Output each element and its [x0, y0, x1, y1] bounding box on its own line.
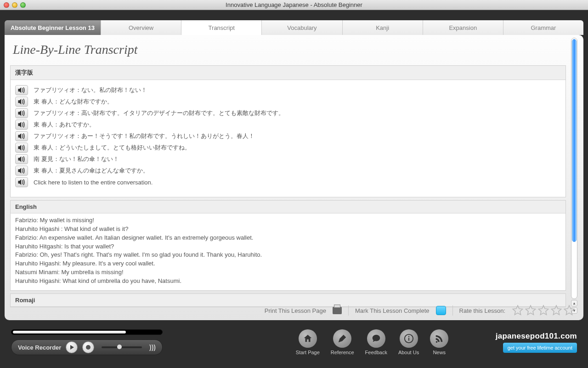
english-line: Haruhito Hitgashi: Is that your wallet? [15, 242, 561, 251]
transcript-line-text: ファブリツィオ：あー！そうです！私の財布です。うれしい！ありがとう。春人！ [34, 132, 254, 140]
pen-icon [333, 329, 351, 348]
play-line-audio-button[interactable] [15, 166, 28, 176]
nav-feedback[interactable]: Feedback [365, 329, 387, 355]
printer-icon[interactable] [333, 307, 342, 314]
rss-icon [430, 329, 448, 348]
transcript-line: 東 春人：どういたしまして。とても格好いい財布ですね。 [15, 143, 561, 153]
nav-reference[interactable]: Reference [331, 329, 354, 355]
kanji-section-header: 漢字版 [11, 66, 565, 80]
volume-icon: ))) [149, 344, 156, 351]
nav-label: News [433, 350, 446, 355]
transcript-line: ファブリツィオ：高い財布です。イタリアのデザイナーの財布です。とても素敵な財布で… [15, 108, 561, 118]
english-line: Haruhito Higashi: My pleasure. It's a ve… [15, 259, 561, 268]
mac-titlebar: Innovative Language Japanese - Absolute … [0, 0, 588, 10]
svg-point-2 [408, 336, 409, 337]
play-line-audio-button[interactable] [15, 108, 28, 118]
play-line-audio-button[interactable] [15, 177, 28, 187]
tab-kanji[interactable]: Kanji [343, 20, 423, 35]
volume-slider[interactable] [102, 346, 142, 348]
play-line-audio-button[interactable] [15, 97, 28, 107]
play-line-audio-button[interactable] [15, 120, 28, 130]
transcript-line-text: ファブリツィオ：ない。私の財布！ない！ [34, 86, 147, 94]
star-icon[interactable] [563, 305, 575, 316]
english-line: Natsumi Minami: My umbrella is missing! [15, 268, 561, 277]
tab-grammar[interactable]: Grammar [503, 20, 583, 35]
mark-complete-checkbox[interactable] [436, 306, 446, 315]
english-line: Haruhito Higashi : What kind of wallet i… [15, 225, 561, 234]
nav-label: Feedback [365, 350, 387, 355]
tab-overview[interactable]: Overview [101, 20, 181, 35]
transcript-line: Click here to listen to the entire conve… [15, 177, 561, 187]
tab-expansion[interactable]: Expansion [423, 20, 503, 35]
scrollbar-thumb[interactable] [572, 39, 577, 242]
english-line: Fabrizio: An expensive wallet. An Italia… [15, 234, 561, 242]
nav-start-page[interactable]: Start Page [296, 329, 320, 355]
playback-progress[interactable] [11, 329, 163, 335]
transcript-line-text: 東 春人：どういたしまして。とても格好いい財布ですね。 [34, 144, 191, 152]
play-line-audio-button[interactable] [15, 154, 28, 164]
transcript-line-text: ファブリツィオ：高い財布です。イタリアのデザイナーの財布です。とても素敵な財布で… [34, 109, 284, 117]
voice-recorder-label: Voice Recorder [18, 344, 61, 351]
play-button[interactable] [66, 341, 78, 353]
print-lesson-link[interactable]: Print This Lesson Page [265, 307, 326, 314]
page-title: Line-By-Line Transcript [10, 35, 566, 65]
english-line: Fabrizio: My wallet is missing! [15, 216, 561, 225]
content-panel: Line-By-Line Transcript 漢字版 ファブリツィオ：ない。私… [5, 35, 583, 320]
rating-stars[interactable] [512, 305, 575, 316]
lesson-action-row: Print This Lesson Page Mark This Lesson … [13, 304, 575, 317]
bubble-icon [367, 329, 385, 348]
play-line-audio-button[interactable] [15, 143, 28, 153]
nav-label: Start Page [296, 350, 320, 355]
mark-complete-link[interactable]: Mark This Lesson Complete [355, 307, 430, 314]
transcript-line: 東 春人：あれですか。 [15, 120, 561, 130]
vertical-scrollbar[interactable]: ▲ ▼ [571, 38, 578, 314]
nav-news[interactable]: News [430, 329, 448, 355]
tab-lesson-indicator: Absolute Beginner Lesson 13 [5, 20, 101, 35]
transcript-line: ファブリツィオ：あー！そうです！私の財布です。うれしい！ありがとう。春人！ [15, 131, 561, 141]
transcript-line-text: 東 春人：あれですか。 [34, 121, 95, 129]
english-section-header: English [11, 201, 565, 213]
lesson-tabs: Absolute Beginner Lesson 13 Overview Tra… [5, 20, 583, 35]
svg-rect-1 [408, 338, 409, 340]
nav-label: About Us [398, 350, 419, 355]
nav-about-us[interactable]: About Us [398, 329, 419, 355]
nav-label: Reference [331, 350, 354, 355]
home-icon [299, 329, 317, 348]
transcript-line-text: Click here to listen to the entire conve… [34, 179, 153, 186]
voice-recorder: Voice Recorder ))) [11, 339, 163, 355]
player-controls: Voice Recorder ))) Start PageReferenceFe… [5, 320, 583, 361]
tab-transcript[interactable]: Transcript [181, 20, 262, 35]
kanji-section: 漢字版 ファブリツィオ：ない。私の財布！ない！東 春人：どんな財布ですか。ファブ… [10, 65, 566, 197]
star-icon[interactable] [537, 305, 549, 316]
info-icon [400, 329, 418, 348]
transcript-line: 南 夏見：ない！私の傘！ない！ [15, 154, 561, 164]
window-title: Innovative Language Japanese - Absolute … [0, 1, 588, 8]
english-section: English Fabrizio: My wallet is missing!H… [10, 200, 566, 291]
rate-lesson-label: Rate this Lesson: [459, 307, 505, 314]
transcript-line: ファブリツィオ：ない。私の財布！ない！ [15, 85, 561, 95]
star-icon[interactable] [550, 305, 562, 316]
play-line-audio-button[interactable] [15, 131, 28, 141]
play-line-audio-button[interactable] [15, 85, 28, 95]
star-icon[interactable] [512, 305, 524, 316]
transcript-line: 東 春人：どんな財布ですか。 [15, 97, 561, 107]
brand-site: japanesepod101.com [485, 332, 577, 341]
divider [348, 305, 349, 316]
english-line: Haruhito Higashi: What kind of umbrella … [15, 277, 561, 286]
transcript-line-text: 東 春人：どんな財布ですか。 [34, 98, 113, 106]
transcript-line-text: 南 夏見：ない！私の傘！ない！ [34, 155, 119, 163]
free-account-cta[interactable]: get your free lifetime account [503, 343, 577, 353]
brand-block: japanesepod101.com get your free lifetim… [485, 332, 577, 353]
record-button[interactable] [82, 341, 94, 353]
star-icon[interactable] [525, 305, 537, 316]
transcript-line-text: 東 春人：夏見さんの傘はどんな傘ですか。 [34, 167, 149, 175]
divider [452, 305, 453, 316]
tab-vocabulary[interactable]: Vocabulary [262, 20, 342, 35]
transcript-line: 東 春人：夏見さんの傘はどんな傘ですか。 [15, 166, 561, 176]
english-line: Fabrizio: Oh, yes! That's right. That's … [15, 251, 561, 259]
